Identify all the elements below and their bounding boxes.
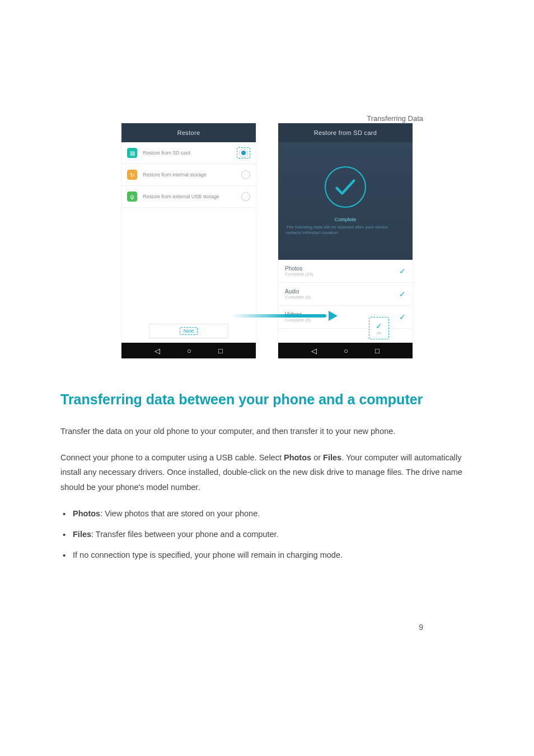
- section-heading: Transferring data between your phone and…: [60, 389, 474, 410]
- check-icon: ✓: [399, 312, 406, 321]
- history-icon: ↻: [127, 170, 137, 180]
- restore-item: Audio Complete (6) ✓: [278, 283, 413, 306]
- nav-back-icon[interactable]: ◁: [311, 347, 317, 355]
- list-item: Files: Transfer files between your phone…: [60, 527, 474, 542]
- list-item: Photos: View photos that are stored on y…: [60, 506, 474, 521]
- figure: Restore ▤ Restore from SD card ↻ Restore…: [60, 123, 474, 370]
- phone-restore: Restore ▤ Restore from SD card ↻ Restore…: [121, 123, 256, 358]
- restore-option-sd[interactable]: ▤ Restore from SD card: [121, 142, 256, 164]
- complete-desc: The following data will be restored afte…: [286, 225, 405, 236]
- nav-recent-icon[interactable]: □: [375, 347, 380, 355]
- next-button[interactable]: Next: [149, 324, 228, 338]
- bullet-list: Photos: View photos that are stored on y…: [60, 506, 474, 562]
- option-label: Restore from SD card: [143, 150, 237, 156]
- sd-card-icon: ▤: [127, 148, 137, 158]
- success-check-icon: [325, 166, 366, 208]
- nav-recent-icon[interactable]: □: [218, 347, 223, 355]
- radio-icon: [241, 170, 250, 179]
- page-number: 9: [419, 623, 423, 632]
- nav-home-icon[interactable]: ○: [344, 347, 348, 355]
- complete-title: Complete: [335, 217, 357, 222]
- running-header: Transferring Data: [367, 114, 423, 123]
- next-label: Next: [180, 327, 198, 335]
- nav-home-icon[interactable]: ○: [187, 347, 191, 355]
- nav-back-icon[interactable]: ◁: [154, 347, 160, 355]
- radio-icon: [241, 192, 250, 201]
- paragraph: Connect your phone to a computer using a…: [60, 450, 474, 495]
- callout-caption: OK: [377, 332, 382, 335]
- phone-restore-result: Restore from SD card Complete The follow…: [278, 123, 413, 358]
- paragraph: Transfer the data on your old phone to y…: [60, 424, 474, 439]
- restore-item: Photos Complete (24) ✓: [278, 260, 413, 283]
- android-navbar: ◁ ○ □: [278, 343, 413, 358]
- callout-box: ✓ OK: [369, 317, 389, 339]
- radio-icon: [239, 148, 248, 157]
- item-sub: Complete (6): [285, 295, 399, 300]
- restore-option-internal[interactable]: ↻ Restore from internal storage: [121, 164, 256, 186]
- option-label: Restore from external USB storage: [143, 194, 241, 199]
- android-navbar: ◁ ○ □: [121, 343, 256, 358]
- check-icon: ✓: [376, 321, 382, 330]
- item-name: Audio: [285, 288, 399, 295]
- restore-summary: Complete The following data will be rest…: [278, 142, 413, 260]
- arrow-icon: [231, 312, 338, 319]
- list-item: If no connection type is specified, your…: [60, 548, 474, 563]
- check-icon: ✓: [399, 290, 406, 298]
- item-sub: Complete (24): [285, 272, 399, 277]
- highlight-box: [237, 147, 250, 158]
- check-icon: ✓: [399, 267, 406, 276]
- usb-icon: ψ: [127, 192, 137, 202]
- option-label: Restore from internal storage: [143, 172, 241, 178]
- phone-title: Restore: [121, 123, 256, 142]
- item-name: Photos: [285, 265, 399, 272]
- restore-option-usb[interactable]: ψ Restore from external USB storage: [121, 186, 256, 208]
- phone-title: Restore from SD card: [278, 123, 413, 142]
